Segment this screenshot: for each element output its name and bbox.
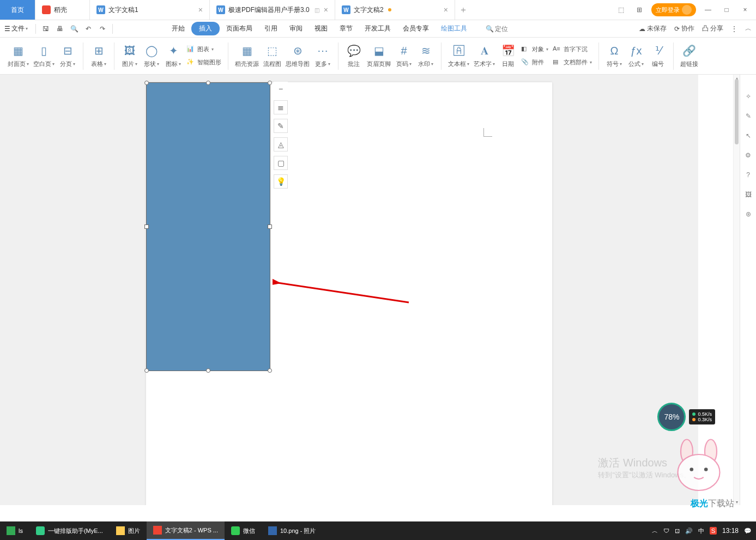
close-icon[interactable]: × [324, 5, 328, 14]
coop-button[interactable]: ⟳协作 [674, 24, 694, 33]
tray-chevron-icon[interactable]: ︿ [652, 527, 658, 535]
resize-handle[interactable] [144, 225, 149, 229]
tab-home[interactable]: 首页 [0, 0, 35, 20]
file-menu[interactable]: ☰ 文件 ▾ [4, 24, 28, 33]
menu-ref[interactable]: 引用 [259, 22, 283, 35]
taskbar-item[interactable]: 10.png - 照片 [262, 521, 322, 540]
cover-button[interactable]: ▦封面页▾ [5, 43, 31, 69]
redo-icon[interactable]: ↷ [96, 22, 109, 35]
menu-member[interactable]: 会员专享 [397, 22, 434, 35]
undo-icon[interactable]: ↶ [82, 22, 95, 35]
hyperlink-button[interactable]: 🔗超链接 [678, 43, 700, 69]
table-button[interactable]: ⊞表格▾ [88, 43, 110, 69]
help-icon[interactable]: ? [743, 169, 754, 180]
menu-draw[interactable]: 绘图工具 [436, 22, 473, 35]
tab-doke[interactable]: 稻壳 [35, 0, 90, 20]
fill-button[interactable]: ◬ [274, 137, 288, 151]
icon-button[interactable]: ✦图标▾ [162, 43, 184, 69]
selected-shape[interactable] [146, 82, 270, 371]
reading-mode-icon[interactable]: ⬚ [614, 3, 627, 16]
watermark-button[interactable]: ≋水印▾ [415, 43, 437, 69]
performance-overlay[interactable]: 78% 0.5K/s 0.3K/s [657, 403, 715, 431]
object-button[interactable]: ◧对象▾ [519, 44, 551, 55]
resize-handle[interactable] [268, 225, 272, 229]
paging-button[interactable]: ⊟分页▾ [57, 43, 78, 69]
taskbar-item-active[interactable]: 文字文稿2 - WPS ... [147, 521, 225, 540]
search-icon[interactable]: 🔍 [486, 25, 494, 33]
idea-button[interactable]: 💡 [274, 174, 288, 189]
maximize-button[interactable]: □ [720, 3, 733, 16]
resize-handle[interactable] [144, 368, 149, 373]
close-icon[interactable]: × [198, 5, 203, 14]
collapse-ribbon-icon[interactable]: ︿ [745, 24, 752, 33]
tray-time[interactable]: 13:18 [722, 527, 739, 535]
pagenum-button[interactable]: #页码▾ [393, 43, 415, 69]
select-icon[interactable]: ↖ [743, 130, 754, 141]
more-button[interactable]: ⋯更多▾ [312, 43, 334, 69]
pencil-icon[interactable]: ✎ [743, 111, 754, 122]
close-icon[interactable]: × [444, 5, 448, 14]
apps-icon[interactable]: ⊞ [633, 3, 646, 16]
scrollbar-thumb[interactable] [735, 79, 739, 144]
smart-button[interactable]: ✨智能图形 [184, 57, 223, 68]
settings-icon[interactable]: ⚙ [743, 150, 754, 161]
menu-view[interactable]: 视图 [309, 22, 333, 35]
save-icon[interactable]: 🖫 [39, 22, 52, 35]
taskbar-item[interactable]: 微信 [225, 521, 262, 540]
tray-notification-icon[interactable]: 💬 [744, 527, 752, 535]
image-icon[interactable]: 🖼 [743, 189, 754, 200]
edit-shape-button[interactable]: ✎ [274, 119, 288, 133]
taskbar-item[interactable]: 图片 [110, 521, 147, 540]
tray-sogou-icon[interactable]: S [710, 527, 717, 535]
resize-handle[interactable] [268, 368, 272, 373]
shape-button[interactable]: ◯形状▾ [141, 43, 162, 69]
menu-dev[interactable]: 开发工具 [359, 22, 396, 35]
new-tab-button[interactable]: ＋ [455, 4, 471, 16]
flow-button[interactable]: ⬚流程图 [261, 43, 283, 69]
vertical-scrollbar[interactable]: ▴ ▾ [733, 75, 740, 505]
formula-button[interactable]: ƒx公式▾ [625, 43, 647, 69]
menu-layout[interactable]: 页面布局 [221, 22, 258, 35]
tray-volume-icon[interactable]: 🔊 [685, 527, 693, 535]
outline-button[interactable]: ▢ [274, 156, 288, 170]
textbox-button[interactable]: 🄰文本框▾ [446, 43, 471, 69]
minimize-button[interactable]: — [701, 3, 715, 16]
tray-shield-icon[interactable]: 🛡 [663, 527, 669, 534]
scroll-down-icon[interactable]: ▾ [734, 499, 740, 505]
wordart-button[interactable]: 𝐀艺术字▾ [471, 43, 497, 69]
tray-network-icon[interactable]: ⊡ [675, 527, 680, 535]
taskbar-item[interactable]: 一键排版助手(MyE... [29, 521, 110, 540]
menu-insert[interactable]: 插入 [191, 22, 220, 35]
premium-icon[interactable]: ⊛ [743, 209, 754, 220]
resource-button[interactable]: ▦稻壳资源 [233, 43, 261, 69]
preview-icon[interactable]: 🔍 [68, 22, 81, 35]
wrap-text-button[interactable]: ≣ [274, 100, 288, 114]
number-button[interactable]: ⅟编号 [647, 43, 669, 69]
menu-start[interactable]: 开始 [166, 22, 190, 35]
unsaved-status[interactable]: ☁未保存 [639, 24, 667, 33]
blank-button[interactable]: ▯空白页▾ [31, 43, 57, 69]
tab-pdf[interactable]: W 极速PDF编辑器用户手册3.0 ◫ × [210, 0, 335, 20]
chart-button[interactable]: 📊图表▾ [184, 44, 223, 55]
pin-icon[interactable]: ◫ [315, 7, 319, 13]
taskbar-item[interactable]: ls [0, 521, 29, 540]
share-button[interactable]: 凸分享 [702, 24, 723, 33]
print-icon[interactable]: 🖶 [53, 22, 66, 35]
menu-review[interactable]: 审阅 [284, 22, 308, 35]
close-button[interactable]: × [739, 3, 752, 16]
tray-ime-icon[interactable]: 中 [698, 527, 704, 535]
login-button[interactable]: 立即登录 [651, 3, 696, 16]
comment-button[interactable]: 💬批注 [343, 43, 365, 69]
search-input[interactable] [495, 25, 522, 33]
resize-handle[interactable] [206, 81, 210, 85]
picture-button[interactable]: 🖼图片▾ [119, 43, 141, 69]
resize-handle[interactable] [206, 368, 210, 373]
resize-handle[interactable] [144, 81, 149, 85]
firstdown-button[interactable]: A≡首字下沉 [551, 44, 594, 55]
tab-doc1[interactable]: W 文字文稿1 × [90, 0, 210, 20]
menu-chapter[interactable]: 章节 [334, 22, 358, 35]
symbol-button[interactable]: Ω符号▾ [603, 43, 625, 69]
more-icon[interactable]: ⋮ [731, 25, 737, 33]
mind-button[interactable]: ⊛思维导图 [283, 43, 312, 69]
tools-icon[interactable]: ✧ [743, 91, 754, 102]
